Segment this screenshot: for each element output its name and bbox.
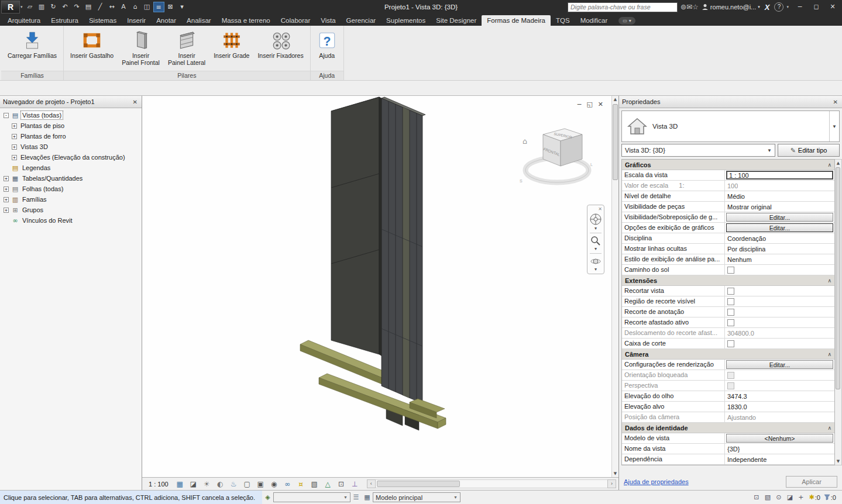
ribbon-tab-colaborar[interactable]: Colaborar xyxy=(276,15,316,26)
value-dropdown[interactable]: 1 : 100 xyxy=(726,171,833,179)
view-close-button[interactable]: ✕ xyxy=(598,101,603,108)
scrollbar-thumb[interactable] xyxy=(377,481,460,487)
inserir-painel-frontal-button[interactable]: Inserir Painel Frontal xyxy=(118,27,163,68)
redo-icon[interactable]: ↷ xyxy=(71,2,83,12)
inserir-painel-lateral-button[interactable]: Inserir Painel Lateral xyxy=(164,27,209,68)
view-minimize-button[interactable]: ─ xyxy=(578,101,582,108)
orbit-dropdown-icon[interactable]: ▾ xyxy=(594,268,597,271)
view-scale-button[interactable]: 1 : 100 xyxy=(145,481,173,488)
close-icon[interactable]: ✕ xyxy=(132,99,139,105)
tree-item[interactable]: +Elevações (Elevação da construção) xyxy=(0,152,142,163)
undo-icon[interactable]: ↶ xyxy=(60,2,71,12)
scrollbar-thumb[interactable] xyxy=(613,104,618,180)
ribbon-tab-analisar[interactable]: Analisar xyxy=(181,15,216,26)
edit-type-button[interactable]: ✎ Editar tipo xyxy=(778,144,840,157)
edit-button[interactable]: Editar... xyxy=(726,213,833,222)
design-options-icon[interactable]: ▦ xyxy=(362,493,373,501)
text-icon[interactable]: A xyxy=(118,2,129,12)
checkbox[interactable] xyxy=(727,288,734,295)
edit-button[interactable]: Editar... xyxy=(726,223,833,232)
tree-item[interactable]: ∞Vínculos do Revit xyxy=(0,215,142,226)
design-options-combo[interactable]: Modelo principal▼ xyxy=(373,492,460,502)
ribbon-tab-suplementos[interactable]: Suplementos xyxy=(381,15,431,26)
tree-item[interactable]: +Plantas de forro xyxy=(0,131,142,141)
close-icon[interactable]: ✕ xyxy=(832,99,839,105)
wheel-dropdown-icon[interactable]: ▾ xyxy=(594,227,597,230)
type-selector[interactable]: Vista 3D ▼ xyxy=(621,111,840,142)
orbit-icon[interactable] xyxy=(590,256,601,267)
value-text[interactable]: Por disciplina xyxy=(726,246,765,253)
value-text[interactable]: Médio xyxy=(726,193,745,200)
vertical-scrollbar[interactable]: ▲ ▼ xyxy=(611,96,618,477)
search-input[interactable] xyxy=(568,4,677,11)
carregar-familias-button[interactable]: Carregar Famílias xyxy=(4,27,60,61)
open-file-icon[interactable]: ▱ xyxy=(25,2,36,12)
inserir-gastalho-button[interactable]: Inserir Gastalho xyxy=(67,27,117,61)
help-dropdown-icon[interactable]: ▾ xyxy=(786,5,789,9)
apply-button[interactable]: Aplicar xyxy=(786,476,837,488)
steering-wheel-icon[interactable] xyxy=(589,213,602,226)
show-analytical-model-icon[interactable]: △ xyxy=(322,479,334,489)
help-icon[interactable]: ? xyxy=(774,2,783,12)
properties-scrollbar[interactable]: ▲ ▼ xyxy=(835,159,842,465)
app-menu-dropdown-icon[interactable]: ▾ xyxy=(20,5,23,9)
maximize-button[interactable]: ◻ xyxy=(808,1,824,13)
minimize-button[interactable]: ─ xyxy=(792,1,808,13)
value-text[interactable]: Nenhum xyxy=(726,256,752,263)
inserir-fixadores-button[interactable]: Inserir Fixadores xyxy=(254,27,307,61)
temporary-view-properties-icon[interactable]: ▧ xyxy=(308,479,321,489)
tree-expander-icon[interactable]: + xyxy=(12,144,17,150)
section-header[interactable]: Extensões∧ xyxy=(622,275,834,286)
close-button[interactable]: ✕ xyxy=(824,1,841,13)
crop-view-icon[interactable]: ▢ xyxy=(241,479,253,489)
tree-expander-icon[interactable]: - xyxy=(4,113,9,118)
ribbon-tab-tqs[interactable]: TQS xyxy=(551,15,575,26)
tree-item[interactable]: +▥Famílias xyxy=(0,194,142,205)
close-hidden-windows-icon[interactable]: ⊠ xyxy=(165,2,176,12)
visual-style-icon[interactable]: ◪ xyxy=(187,479,200,489)
user-account[interactable]: romeu.neto@i... ▾ xyxy=(702,4,760,11)
drag-elements-on-selection-icon[interactable]: + xyxy=(795,493,806,501)
shadows-icon[interactable]: ◐ xyxy=(214,479,226,489)
tree-expander-icon[interactable]: + xyxy=(4,197,9,202)
tree-expander-icon[interactable]: + xyxy=(12,155,17,160)
value-text[interactable]: 100 xyxy=(726,182,738,189)
value-text[interactable]: 1830.0 xyxy=(726,403,747,410)
ribbon-tab-vista[interactable]: Vista xyxy=(315,15,341,26)
checkbox[interactable] xyxy=(727,340,734,347)
worksets-combo[interactable]: ▼ xyxy=(273,492,350,502)
checkbox[interactable] xyxy=(727,319,734,326)
select-links-icon[interactable]: ⊡ xyxy=(751,493,762,501)
tree-item[interactable]: +▦Tabelas/Quantidades xyxy=(0,173,142,184)
scroll-down-icon[interactable]: ▼ xyxy=(835,458,841,465)
autodesk-exchange-icon[interactable]: X xyxy=(763,3,772,12)
aligned-dimension-icon[interactable]: ↔ xyxy=(106,2,118,12)
chevron-down-icon[interactable]: ▼ xyxy=(829,111,839,141)
value-text[interactable]: 3474.3 xyxy=(726,393,747,400)
tree-item[interactable]: ▤Legendas xyxy=(0,163,142,173)
viewcube[interactable]: ⌂ S L SUPERIOR FRONTAL xyxy=(520,129,593,183)
scroll-up-icon[interactable]: ▲ xyxy=(612,96,618,103)
tree-item[interactable]: +Vistas 3D xyxy=(0,141,142,152)
detail-level-icon[interactable]: ▦ xyxy=(174,479,186,489)
sun-path-icon[interactable]: ☀ xyxy=(201,479,213,489)
show-crop-region-icon[interactable]: ▣ xyxy=(255,479,267,489)
print-icon[interactable]: ▤ xyxy=(83,2,94,12)
ribbon-tab-arquitetura[interactable]: Arquitetura xyxy=(2,15,46,26)
ajuda-button[interactable]: ?Ajuda xyxy=(314,27,341,61)
tree-expander-icon[interactable]: + xyxy=(4,208,9,213)
value-text[interactable]: Coordenação xyxy=(726,235,766,242)
select-elements-by-face-icon[interactable]: ◪ xyxy=(784,493,795,501)
default-3d-view-icon[interactable]: ⌂ xyxy=(130,2,141,12)
save-icon[interactable]: ▥ xyxy=(36,2,47,12)
ribbon-tab-gerenciar[interactable]: Gerenciar xyxy=(341,15,382,26)
3d-model-formwork[interactable]: ⌂ S L SUPERIOR FRONTAL xyxy=(142,96,618,477)
ribbon-tab-site-designer[interactable]: Site Designer xyxy=(431,15,482,26)
tree-item[interactable]: +Plantas de piso xyxy=(0,120,142,131)
checkbox[interactable] xyxy=(727,267,734,274)
edit-button[interactable]: <Nenhum> xyxy=(726,434,833,443)
view-restore-button[interactable]: ◱ xyxy=(586,101,592,108)
ribbon-tab-anotar[interactable]: Anotar xyxy=(151,15,181,26)
thin-lines-icon[interactable]: ≡ xyxy=(153,2,164,12)
section-header[interactable]: Câmera∧ xyxy=(622,349,834,360)
